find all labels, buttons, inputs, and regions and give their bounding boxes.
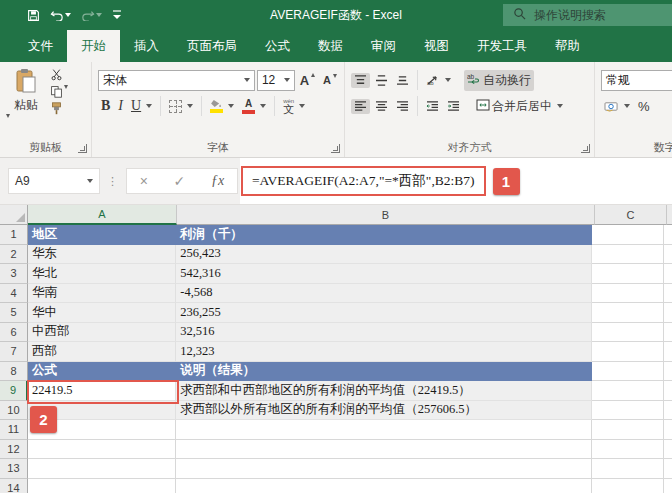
cell-c14[interactable]: [592, 479, 664, 493]
row-header-8[interactable]: 8: [0, 362, 28, 382]
phonetic-guide-button[interactable]: wén文: [280, 96, 308, 117]
undo-button[interactable]: [47, 7, 74, 23]
cell-c13[interactable]: [592, 459, 664, 479]
align-right-button[interactable]: [393, 99, 412, 114]
insert-function-icon[interactable]: ƒx: [211, 173, 224, 189]
cell-b13[interactable]: [176, 459, 592, 479]
row-header-4[interactable]: 4: [0, 284, 28, 304]
tab-formulas[interactable]: 公式: [251, 30, 304, 62]
cell-b9[interactable]: 求西部和中西部地区的所有利润的平均值（22419.5）: [176, 381, 592, 401]
paste-button[interactable]: 粘贴: [6, 66, 46, 139]
cell-c5[interactable]: [592, 303, 664, 323]
row-header-5[interactable]: 5: [0, 303, 28, 323]
cell-a3[interactable]: 华北: [28, 264, 176, 284]
cell-b5[interactable]: 236,255: [176, 303, 592, 323]
fill-color-button[interactable]: [207, 97, 237, 115]
accounting-format-button[interactable]: [601, 98, 633, 115]
cell-c2[interactable]: [592, 245, 664, 265]
cell-a6[interactable]: 中西部: [28, 323, 176, 343]
row-header-3[interactable]: 3: [0, 264, 28, 284]
cell-b4[interactable]: -4,568: [176, 284, 592, 304]
borders-button[interactable]: [166, 98, 196, 115]
cell-a8[interactable]: 公式: [28, 362, 176, 382]
font-size-combo[interactable]: 12: [257, 70, 295, 91]
bottom-align-button[interactable]: [393, 73, 412, 88]
underline-button[interactable]: U: [128, 96, 155, 116]
cell-a5[interactable]: 华中: [28, 303, 176, 323]
top-align-button[interactable]: [351, 73, 370, 88]
center-button[interactable]: [372, 99, 391, 114]
row-header-2[interactable]: 2: [0, 245, 28, 265]
customize-quick-access-icon[interactable]: [109, 7, 125, 23]
tab-insert[interactable]: 插入: [120, 30, 173, 62]
cell-b10[interactable]: 求西部以外所有地区的所有利润的平均值（257606.5）: [176, 401, 592, 421]
cell-a4[interactable]: 华南: [28, 284, 176, 304]
merge-center-button[interactable]: 合并后居中: [473, 96, 566, 117]
cell-b8[interactable]: 说明（结果）: [176, 362, 592, 382]
tab-page-layout[interactable]: 页面布局: [173, 30, 251, 62]
tab-review[interactable]: 审阅: [357, 30, 410, 62]
cell-c3[interactable]: [592, 264, 664, 284]
cancel-icon[interactable]: ×: [140, 173, 148, 189]
increase-font-size-button[interactable]: A: [297, 71, 318, 90]
cell-c4[interactable]: [592, 284, 664, 304]
percent-style-button[interactable]: %: [635, 97, 653, 116]
decrease-indent-button[interactable]: [423, 99, 442, 114]
tab-home[interactable]: 开始: [67, 30, 120, 62]
cell-b11[interactable]: [176, 420, 592, 440]
font-dialog-launcher-icon[interactable]: [331, 144, 340, 153]
wrap-text-button[interactable]: ab 自动换行: [464, 70, 534, 91]
increase-indent-button[interactable]: [444, 99, 463, 114]
column-header-b[interactable]: B: [177, 205, 595, 225]
row-header-14[interactable]: 14: [0, 479, 28, 493]
font-name-combo[interactable]: 宋体: [98, 70, 255, 91]
row-header-11[interactable]: 11: [0, 420, 28, 440]
font-color-button[interactable]: A: [239, 97, 269, 116]
cell-b2[interactable]: 256,423: [176, 245, 592, 265]
row-header-1[interactable]: 1: [0, 225, 28, 245]
middle-align-button[interactable]: [372, 73, 391, 88]
row-header-12[interactable]: 12: [0, 440, 28, 460]
italic-button[interactable]: I: [115, 96, 126, 116]
cell-a2[interactable]: 华东: [28, 245, 176, 265]
row-header-10[interactable]: 10: [0, 401, 28, 421]
copy-button[interactable]: [50, 85, 68, 98]
cell-b12[interactable]: [176, 440, 592, 460]
cell-a14[interactable]: [28, 479, 176, 493]
cell-c11[interactable]: [592, 420, 664, 440]
cell-a7[interactable]: 西部: [28, 342, 176, 362]
clipboard-dialog-launcher-icon[interactable]: [78, 144, 87, 153]
tell-me-search-box[interactable]: 操作说明搜索: [503, 4, 672, 26]
cell-b7[interactable]: 12,323: [176, 342, 592, 362]
cell-b1[interactable]: 利润（千）: [176, 225, 592, 245]
column-header-a[interactable]: A: [28, 205, 177, 225]
cell-b3[interactable]: 542,316: [176, 264, 592, 284]
cut-button[interactable]: [50, 68, 68, 81]
name-box[interactable]: A9: [8, 168, 100, 194]
cell-c8[interactable]: [592, 362, 664, 382]
row-header-7[interactable]: 7: [0, 342, 28, 362]
cell-b14[interactable]: [176, 479, 592, 493]
cell-c10[interactable]: [592, 401, 664, 421]
cell-c1[interactable]: [592, 225, 664, 245]
formula-input[interactable]: =AVERAGEIF(A2:A7,"=*西部",B2:B7) 1: [240, 158, 672, 204]
tab-view[interactable]: 视图: [410, 30, 463, 62]
orientation-button[interactable]: ab: [423, 72, 454, 88]
row-header-13[interactable]: 13: [0, 459, 28, 479]
enter-icon[interactable]: ✓: [174, 173, 186, 189]
cell-c6[interactable]: [592, 323, 664, 343]
column-header-d[interactable]: [667, 205, 672, 225]
cell-c9[interactable]: [592, 381, 664, 401]
bold-button[interactable]: B: [98, 96, 113, 116]
redo-button[interactable]: [78, 7, 105, 23]
formula-bar-splitter[interactable]: ⋮: [100, 175, 126, 188]
row-header-9[interactable]: 9: [0, 381, 28, 401]
cell-a12[interactable]: [28, 440, 176, 460]
number-format-combo[interactable]: 常规: [601, 70, 672, 91]
cell-b6[interactable]: 32,516: [176, 323, 592, 343]
cell-a13[interactable]: [28, 459, 176, 479]
cell-c12[interactable]: [592, 440, 664, 460]
tab-file[interactable]: 文件: [14, 30, 67, 62]
decrease-font-size-button[interactable]: A: [320, 72, 340, 88]
column-header-c[interactable]: C: [595, 205, 667, 225]
